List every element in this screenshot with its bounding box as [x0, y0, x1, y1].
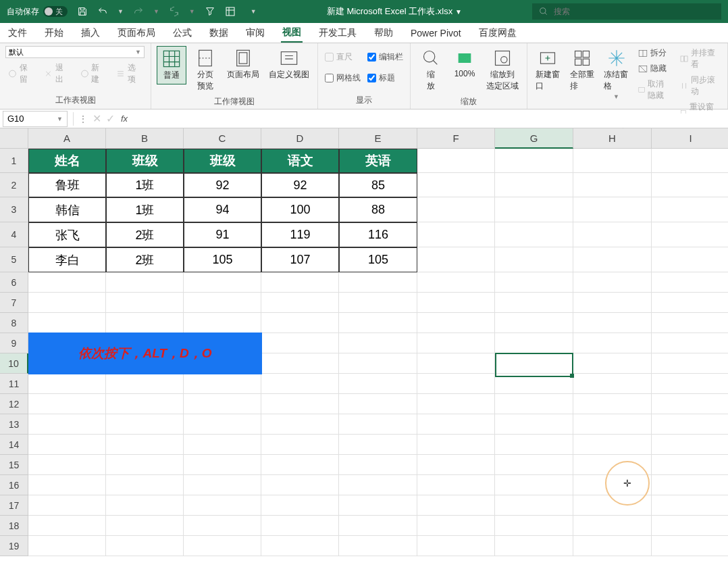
row-head-5[interactable]: 5: [0, 247, 28, 272]
cell[interactable]: [495, 222, 573, 247]
cell[interactable]: [184, 516, 261, 536]
cell[interactable]: 116: [339, 222, 417, 247]
cell[interactable]: [573, 272, 652, 293]
cell[interactable]: [261, 394, 339, 414]
cell[interactable]: [184, 394, 261, 414]
row-head-12[interactable]: 12: [0, 394, 28, 414]
cell[interactable]: [106, 313, 184, 333]
cell[interactable]: 105: [339, 247, 417, 272]
filter-icon[interactable]: [205, 6, 215, 17]
cell[interactable]: [417, 475, 495, 495]
cell[interactable]: [28, 475, 106, 495]
cell[interactable]: 班级: [184, 149, 261, 173]
cell[interactable]: [495, 353, 573, 374]
cancel-icon[interactable]: ✕: [90, 112, 103, 125]
row-head-8[interactable]: 8: [0, 313, 28, 333]
cell[interactable]: [417, 149, 495, 173]
cell[interactable]: [339, 536, 417, 556]
freeze-panes-button[interactable]: 冻结窗格 ▼: [601, 46, 631, 103]
cell[interactable]: 英语: [339, 149, 417, 173]
cell[interactable]: [495, 293, 573, 313]
col-head-I[interactable]: I: [652, 128, 728, 149]
cell[interactable]: [28, 414, 106, 435]
col-head-G[interactable]: G: [495, 128, 573, 149]
cell[interactable]: 2班: [106, 247, 184, 272]
menu-tab-页面布局[interactable]: 页面布局: [116, 24, 157, 42]
cell[interactable]: [339, 333, 417, 353]
cell[interactable]: [573, 414, 652, 435]
cell[interactable]: 1班: [106, 173, 184, 197]
cell[interactable]: [652, 394, 728, 414]
autosave-toggle[interactable]: 自动保存 关: [7, 6, 68, 18]
search-box[interactable]: [532, 3, 721, 20]
cell[interactable]: [652, 247, 728, 272]
cell[interactable]: [652, 333, 728, 353]
row-head-7[interactable]: 7: [0, 293, 28, 313]
cell[interactable]: [652, 313, 728, 333]
cell[interactable]: 92: [261, 173, 339, 197]
cell[interactable]: [28, 313, 106, 333]
cell[interactable]: [106, 414, 184, 435]
name-box[interactable]: G10▼: [3, 111, 68, 127]
cell[interactable]: [28, 272, 106, 293]
menu-tab-公式[interactable]: 公式: [172, 24, 193, 42]
row-head-16[interactable]: 16: [0, 475, 28, 495]
menu-tab-Power Pivot[interactable]: Power Pivot: [409, 25, 463, 41]
cell[interactable]: 班级: [106, 149, 184, 173]
cell[interactable]: 92: [184, 173, 261, 197]
row-head-17[interactable]: 17: [0, 495, 28, 516]
cell[interactable]: [417, 173, 495, 197]
row-head-4[interactable]: 4: [0, 222, 28, 247]
row-head-11[interactable]: 11: [0, 374, 28, 394]
row-head-14[interactable]: 14: [0, 435, 28, 455]
col-head-D[interactable]: D: [261, 128, 339, 149]
cell[interactable]: [261, 414, 339, 435]
cell[interactable]: [106, 435, 184, 455]
cell[interactable]: [573, 222, 652, 247]
row-head-15[interactable]: 15: [0, 455, 28, 475]
cell[interactable]: [28, 374, 106, 394]
cell[interactable]: [339, 495, 417, 516]
cell[interactable]: [652, 197, 728, 222]
menu-tab-插入[interactable]: 插入: [80, 24, 101, 42]
cell[interactable]: 85: [339, 173, 417, 197]
cell[interactable]: [417, 353, 495, 374]
headings-checkbox[interactable]: 标题: [366, 71, 405, 85]
sheet-view-dropdown[interactable]: 默认▼: [5, 46, 145, 58]
cell[interactable]: [417, 333, 495, 353]
cell[interactable]: [573, 333, 652, 353]
cell[interactable]: [495, 333, 573, 353]
cell[interactable]: 91: [184, 222, 261, 247]
hide-button[interactable]: 隐藏: [635, 62, 673, 76]
undo-icon[interactable]: [97, 6, 108, 17]
select-all-corner[interactable]: [0, 128, 28, 149]
cell[interactable]: [652, 353, 728, 374]
cell[interactable]: [495, 394, 573, 414]
cell[interactable]: [184, 414, 261, 435]
cell[interactable]: [28, 536, 106, 556]
cell[interactable]: [417, 197, 495, 222]
cell[interactable]: [495, 197, 573, 222]
cell[interactable]: [28, 455, 106, 475]
menu-tab-文件[interactable]: 文件: [7, 24, 28, 42]
cell[interactable]: 100: [261, 197, 339, 222]
cell[interactable]: [184, 435, 261, 455]
cell[interactable]: [495, 374, 573, 394]
cell[interactable]: [652, 435, 728, 455]
cell[interactable]: [495, 149, 573, 173]
cell[interactable]: [417, 495, 495, 516]
cell[interactable]: [339, 313, 417, 333]
cell[interactable]: [573, 435, 652, 455]
cell[interactable]: [417, 455, 495, 475]
qat-dropdown-icon[interactable]: ▼: [251, 8, 257, 15]
cell[interactable]: [261, 333, 339, 353]
cell[interactable]: [106, 293, 184, 313]
cell[interactable]: [573, 394, 652, 414]
cell[interactable]: [261, 495, 339, 516]
cell[interactable]: [417, 293, 495, 313]
cell[interactable]: 94: [184, 197, 261, 222]
cell[interactable]: [652, 272, 728, 293]
cell[interactable]: [28, 495, 106, 516]
page-break-button[interactable]: 分页 预览: [190, 46, 220, 95]
cell[interactable]: [417, 222, 495, 247]
